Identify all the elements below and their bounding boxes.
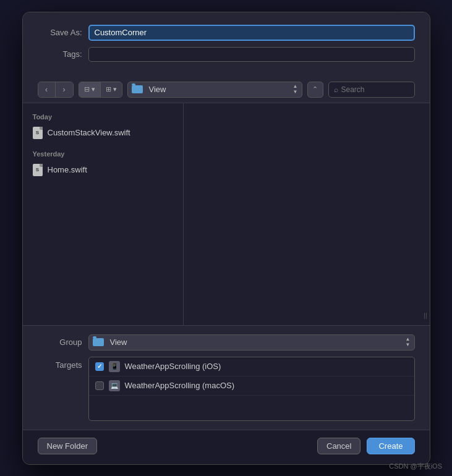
group-stepper-down-icon[interactable]: ▼ bbox=[406, 342, 411, 347]
save-dialog: Save As: Tags: ‹ › ⊟ ▾ ⊞ ▾ bbox=[22, 12, 430, 465]
swift-badge: S bbox=[36, 130, 39, 135]
ios-icon-char: 📱 bbox=[111, 363, 118, 370]
column-view-chevron: ▾ bbox=[92, 85, 95, 93]
list-item[interactable]: ✓ 📱 WeatherAppScrolling (iOS) bbox=[89, 357, 414, 376]
targets-row: Targets ✓ 📱 WeatherAppScrolling (iOS) bbox=[38, 357, 415, 421]
grid-view-icon: ⊞ bbox=[106, 85, 111, 93]
dialog-bottom: Group View ▲ ▼ Targets ✓ bbox=[23, 326, 430, 430]
target-checkbox-ios[interactable]: ✓ bbox=[95, 362, 104, 371]
search-wrap: ⌕ bbox=[328, 82, 415, 98]
save-as-label: Save As: bbox=[38, 28, 82, 37]
search-input[interactable] bbox=[341, 85, 409, 94]
grid-view-chevron: ▾ bbox=[113, 85, 117, 93]
grid-view-button[interactable]: ⊞ ▾ bbox=[101, 82, 122, 97]
forward-button[interactable]: › bbox=[56, 82, 73, 97]
location-text: View bbox=[149, 85, 289, 94]
dialog-actions: New Folder Cancel Create bbox=[23, 430, 430, 464]
list-item[interactable]: 💻 WeatherAppScrolling (macOS) bbox=[89, 376, 414, 396]
stepper-arrows[interactable]: ▲ ▼ bbox=[293, 84, 298, 95]
main-pane: || bbox=[184, 103, 430, 325]
targets-list: ✓ 📱 WeatherAppScrolling (iOS) 💻 WeatherA… bbox=[88, 357, 415, 421]
group-value-text: View bbox=[110, 338, 402, 347]
watermark: CSDN @宇夜iOS bbox=[389, 462, 442, 471]
ios-target-label: WeatherAppScrolling (iOS) bbox=[125, 362, 221, 371]
group-select-wrapper: View ▲ ▼ bbox=[88, 334, 415, 351]
column-view-icon: ⊟ bbox=[84, 85, 90, 93]
swift-badge: S bbox=[36, 167, 39, 172]
list-item[interactable]: S Home.swift bbox=[23, 161, 183, 179]
group-folder-icon bbox=[93, 338, 104, 346]
target-checkbox-macos[interactable] bbox=[95, 381, 104, 390]
ios-target-icon: 📱 bbox=[109, 361, 120, 372]
expand-button[interactable]: ⌃ bbox=[307, 82, 323, 98]
dialog-header: Save As: Tags: bbox=[23, 12, 430, 77]
view-mode-buttons: ⊟ ▾ ⊞ ▾ bbox=[79, 82, 122, 98]
group-row: Group View ▲ ▼ bbox=[38, 334, 415, 351]
resize-handle[interactable]: || bbox=[421, 312, 429, 319]
nav-buttons: ‹ › bbox=[38, 82, 74, 98]
group-stepper[interactable]: ▲ ▼ bbox=[406, 337, 411, 347]
column-view-button[interactable]: ⊟ ▾ bbox=[79, 82, 101, 97]
file-toolbar: ‹ › ⊟ ▾ ⊞ ▾ View ▲ ▼ bbox=[23, 77, 430, 103]
group-stepper-up-icon[interactable]: ▲ bbox=[406, 337, 411, 342]
file-icon: S bbox=[33, 164, 43, 176]
folder-icon bbox=[132, 85, 143, 93]
file-icon: S bbox=[33, 127, 43, 139]
stepper-down-icon[interactable]: ▼ bbox=[293, 90, 298, 95]
new-folder-button[interactable]: New Folder bbox=[38, 438, 97, 454]
create-button[interactable]: Create bbox=[367, 438, 414, 454]
targets-label: Targets bbox=[38, 357, 82, 370]
checkmark-icon: ✓ bbox=[97, 363, 102, 370]
tags-label: Tags: bbox=[38, 49, 82, 59]
file-browser: Today S CustomStackView.swift Yesterday … bbox=[23, 103, 430, 326]
group-label: Group bbox=[38, 338, 82, 347]
list-item[interactable]: S CustomStackView.swift bbox=[23, 124, 183, 142]
file-name: Home.swift bbox=[48, 165, 87, 174]
today-header: Today bbox=[23, 111, 183, 124]
cancel-button[interactable]: Cancel bbox=[317, 438, 360, 454]
tags-row: Tags: bbox=[38, 47, 415, 62]
back-button[interactable]: ‹ bbox=[38, 82, 56, 97]
macos-target-icon: 💻 bbox=[109, 380, 120, 391]
stepper-up-icon[interactable]: ▲ bbox=[293, 84, 298, 89]
file-name: CustomStackView.swift bbox=[48, 128, 130, 137]
yesterday-header: Yesterday bbox=[23, 148, 183, 161]
sidebar-pane: Today S CustomStackView.swift Yesterday … bbox=[23, 103, 184, 325]
save-as-row: Save As: bbox=[38, 25, 415, 41]
tags-input[interactable] bbox=[88, 47, 415, 62]
empty-targets-area bbox=[89, 396, 414, 420]
macos-icon-char: 💻 bbox=[111, 382, 118, 389]
save-as-input[interactable] bbox=[88, 25, 415, 41]
action-buttons: Cancel Create bbox=[317, 438, 415, 454]
search-icon: ⌕ bbox=[334, 85, 338, 94]
location-wrapper: View ▲ ▼ bbox=[127, 82, 302, 98]
macos-target-label: WeatherAppScrolling (macOS) bbox=[125, 381, 235, 390]
